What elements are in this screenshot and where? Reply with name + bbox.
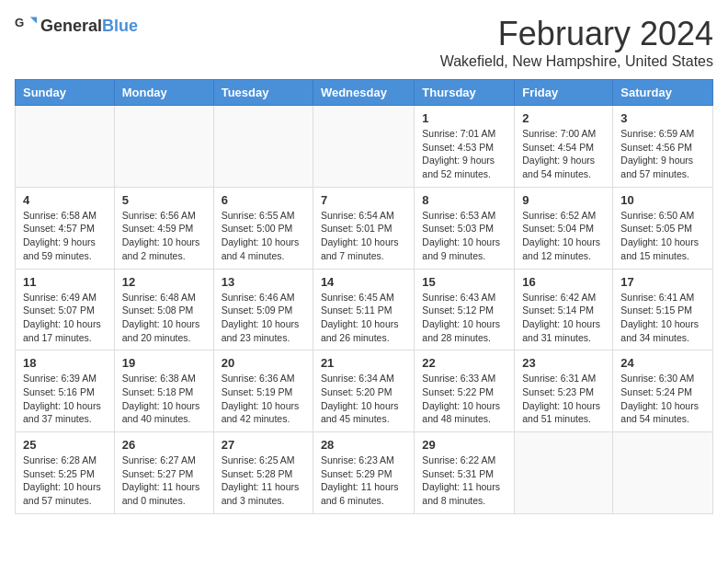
calendar-cell: 4Sunrise: 6:58 AM Sunset: 4:57 PM Daylig…: [16, 187, 115, 269]
week-row-4: 25Sunrise: 6:28 AM Sunset: 5:25 PM Dayli…: [16, 432, 713, 514]
day-number: 7: [321, 193, 406, 207]
day-number: 8: [422, 193, 506, 207]
day-info: Sunrise: 6:59 AM Sunset: 4:56 PM Dayligh…: [620, 127, 705, 181]
calendar-cell: 24Sunrise: 6:30 AM Sunset: 5:24 PM Dayli…: [613, 350, 713, 432]
calendar-cell: 19Sunrise: 6:38 AM Sunset: 5:18 PM Dayli…: [114, 350, 213, 432]
header-saturday: Saturday: [613, 80, 713, 106]
day-info: Sunrise: 6:36 AM Sunset: 5:19 PM Dayligh…: [222, 372, 305, 426]
header-thursday: Thursday: [415, 80, 515, 106]
week-row-1: 4Sunrise: 6:58 AM Sunset: 4:57 PM Daylig…: [16, 187, 713, 269]
day-info: Sunrise: 6:54 AM Sunset: 5:01 PM Dayligh…: [321, 209, 406, 263]
day-info: Sunrise: 6:39 AM Sunset: 5:16 PM Dayligh…: [23, 372, 107, 426]
day-number: 28: [321, 438, 406, 452]
day-info: Sunrise: 7:01 AM Sunset: 4:53 PM Dayligh…: [422, 127, 506, 181]
calendar-cell: 28Sunrise: 6:23 AM Sunset: 5:29 PM Dayli…: [313, 432, 414, 514]
day-number: 18: [23, 356, 107, 370]
title-section: February 2024 Wakefield, New Hampshire, …: [440, 15, 713, 70]
logo: G GeneralBlue: [15, 15, 138, 37]
day-number: 24: [620, 356, 705, 370]
calendar-cell: 15Sunrise: 6:43 AM Sunset: 5:12 PM Dayli…: [415, 269, 515, 350]
header-tuesday: Tuesday: [213, 80, 313, 106]
calendar-cell: 26Sunrise: 6:27 AM Sunset: 5:27 PM Dayli…: [114, 432, 213, 514]
day-info: Sunrise: 6:23 AM Sunset: 5:29 PM Dayligh…: [321, 454, 406, 508]
calendar-cell: 29Sunrise: 6:22 AM Sunset: 5:31 PM Dayli…: [415, 432, 515, 514]
day-info: Sunrise: 6:27 AM Sunset: 5:27 PM Dayligh…: [122, 454, 206, 508]
day-info: Sunrise: 6:55 AM Sunset: 5:00 PM Dayligh…: [222, 209, 305, 263]
day-number: 3: [620, 111, 705, 125]
calendar-cell: 23Sunrise: 6:31 AM Sunset: 5:23 PM Dayli…: [515, 350, 613, 432]
page-header: G GeneralBlue February 2024 Wakefield, N…: [15, 15, 713, 70]
logo-icon: G: [15, 15, 37, 37]
day-number: 26: [122, 438, 206, 452]
day-number: 12: [122, 275, 206, 289]
day-number: 29: [422, 438, 506, 452]
calendar-cell: 14Sunrise: 6:45 AM Sunset: 5:11 PM Dayli…: [313, 269, 414, 350]
day-info: Sunrise: 6:50 AM Sunset: 5:05 PM Dayligh…: [620, 209, 705, 263]
calendar-cell: [213, 106, 313, 188]
page-subtitle: Wakefield, New Hampshire, United States: [440, 53, 713, 70]
calendar-cell: 18Sunrise: 6:39 AM Sunset: 5:16 PM Dayli…: [16, 350, 115, 432]
day-info: Sunrise: 6:48 AM Sunset: 5:08 PM Dayligh…: [122, 291, 206, 345]
day-number: 16: [522, 275, 605, 289]
calendar-cell: 10Sunrise: 6:50 AM Sunset: 5:05 PM Dayli…: [613, 187, 713, 269]
day-info: Sunrise: 6:52 AM Sunset: 5:04 PM Dayligh…: [522, 209, 605, 263]
day-info: Sunrise: 6:31 AM Sunset: 5:23 PM Dayligh…: [522, 372, 605, 426]
day-number: 6: [222, 193, 305, 207]
calendar-cell: 27Sunrise: 6:25 AM Sunset: 5:28 PM Dayli…: [213, 432, 313, 514]
day-number: 25: [23, 438, 107, 452]
day-info: Sunrise: 6:45 AM Sunset: 5:11 PM Dayligh…: [321, 291, 406, 345]
week-row-2: 11Sunrise: 6:49 AM Sunset: 5:07 PM Dayli…: [16, 269, 713, 350]
calendar-body: 1Sunrise: 7:01 AM Sunset: 4:53 PM Daylig…: [16, 106, 713, 514]
day-info: Sunrise: 6:49 AM Sunset: 5:07 PM Dayligh…: [23, 291, 107, 345]
day-number: 13: [222, 275, 305, 289]
calendar-cell: 1Sunrise: 7:01 AM Sunset: 4:53 PM Daylig…: [415, 106, 515, 188]
day-info: Sunrise: 6:56 AM Sunset: 4:59 PM Dayligh…: [122, 209, 206, 263]
day-info: Sunrise: 6:30 AM Sunset: 5:24 PM Dayligh…: [620, 372, 705, 426]
day-number: 10: [620, 193, 705, 207]
day-number: 17: [620, 275, 705, 289]
day-number: 15: [422, 275, 506, 289]
calendar-cell: 7Sunrise: 6:54 AM Sunset: 5:01 PM Daylig…: [313, 187, 414, 269]
calendar-cell: 13Sunrise: 6:46 AM Sunset: 5:09 PM Dayli…: [213, 269, 313, 350]
calendar-cell: 25Sunrise: 6:28 AM Sunset: 5:25 PM Dayli…: [16, 432, 115, 514]
day-number: 9: [522, 193, 605, 207]
header-monday: Monday: [114, 80, 213, 106]
calendar-cell: 3Sunrise: 6:59 AM Sunset: 4:56 PM Daylig…: [613, 106, 713, 188]
calendar-cell: 2Sunrise: 7:00 AM Sunset: 4:54 PM Daylig…: [515, 106, 613, 188]
calendar-cell: 11Sunrise: 6:49 AM Sunset: 5:07 PM Dayli…: [16, 269, 115, 350]
calendar-header: SundayMondayTuesdayWednesdayThursdayFrid…: [16, 80, 713, 106]
day-info: Sunrise: 6:46 AM Sunset: 5:09 PM Dayligh…: [222, 291, 305, 345]
day-info: Sunrise: 6:42 AM Sunset: 5:14 PM Dayligh…: [522, 291, 605, 345]
calendar-cell: [313, 106, 414, 188]
calendar-cell: 8Sunrise: 6:53 AM Sunset: 5:03 PM Daylig…: [415, 187, 515, 269]
calendar-table: SundayMondayTuesdayWednesdayThursdayFrid…: [15, 79, 713, 514]
day-number: 19: [122, 356, 206, 370]
day-info: Sunrise: 6:41 AM Sunset: 5:15 PM Dayligh…: [620, 291, 705, 345]
logo-general: General: [40, 17, 102, 35]
svg-text:G: G: [15, 16, 24, 29]
header-wednesday: Wednesday: [313, 80, 414, 106]
calendar-cell: 21Sunrise: 6:34 AM Sunset: 5:20 PM Dayli…: [313, 350, 414, 432]
day-number: 27: [222, 438, 305, 452]
calendar-cell: [613, 432, 713, 514]
day-info: Sunrise: 6:58 AM Sunset: 4:57 PM Dayligh…: [23, 209, 107, 263]
calendar-cell: [515, 432, 613, 514]
day-number: 14: [321, 275, 406, 289]
logo-blue: Blue: [102, 17, 138, 35]
day-number: 23: [522, 356, 605, 370]
page-title: February 2024: [440, 15, 713, 53]
header-friday: Friday: [515, 80, 613, 106]
header-sunday: Sunday: [16, 80, 115, 106]
day-number: 22: [422, 356, 506, 370]
week-row-0: 1Sunrise: 7:01 AM Sunset: 4:53 PM Daylig…: [16, 106, 713, 188]
calendar-cell: 12Sunrise: 6:48 AM Sunset: 5:08 PM Dayli…: [114, 269, 213, 350]
day-info: Sunrise: 6:38 AM Sunset: 5:18 PM Dayligh…: [122, 372, 206, 426]
day-info: Sunrise: 7:00 AM Sunset: 4:54 PM Dayligh…: [522, 127, 605, 181]
calendar-cell: 6Sunrise: 6:55 AM Sunset: 5:00 PM Daylig…: [213, 187, 313, 269]
day-number: 20: [222, 356, 305, 370]
calendar-cell: [114, 106, 213, 188]
day-info: Sunrise: 6:25 AM Sunset: 5:28 PM Dayligh…: [222, 454, 305, 508]
day-number: 1: [422, 111, 506, 125]
day-number: 21: [321, 356, 406, 370]
day-number: 2: [522, 111, 605, 125]
